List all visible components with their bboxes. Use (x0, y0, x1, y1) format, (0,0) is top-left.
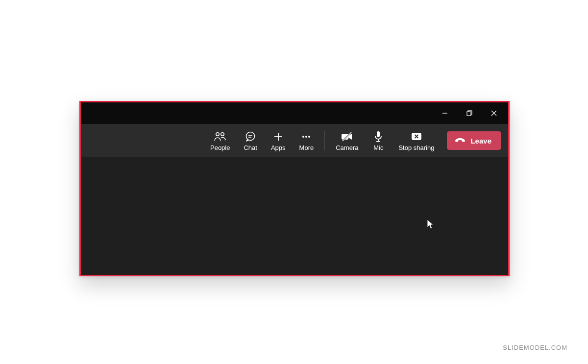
titlebar (81, 102, 508, 124)
leave-button[interactable]: Leave (447, 131, 501, 150)
svg-point-5 (216, 132, 219, 135)
minimize-icon (441, 110, 448, 117)
mic-button[interactable]: Mic (365, 127, 392, 154)
people-label: People (210, 145, 230, 151)
svg-point-7 (246, 132, 255, 140)
meeting-toolbar: People Chat (81, 124, 508, 157)
leave-label: Leave (470, 137, 491, 145)
close-button[interactable] (483, 105, 505, 121)
svg-point-12 (302, 136, 304, 138)
stop-sharing-icon (411, 131, 422, 143)
apps-button[interactable]: Apps (264, 127, 293, 154)
hangup-icon (455, 137, 466, 144)
maximize-icon (466, 110, 473, 117)
people-icon (214, 131, 226, 143)
chat-icon (245, 131, 256, 143)
svg-point-13 (305, 136, 307, 138)
cursor-icon (427, 219, 435, 230)
camera-label: Camera (336, 145, 358, 151)
more-label: More (299, 145, 314, 151)
svg-point-14 (308, 136, 310, 138)
chat-button[interactable]: Chat (237, 127, 264, 154)
mic-icon (373, 131, 383, 143)
stop-sharing-button[interactable]: Stop sharing (392, 127, 441, 154)
camera-button[interactable]: Camera (329, 127, 365, 154)
close-icon (490, 110, 497, 117)
stop-sharing-label: Stop sharing (398, 145, 434, 151)
plus-icon (273, 131, 284, 143)
chat-label: Chat (244, 145, 257, 151)
svg-rect-18 (377, 131, 380, 137)
apps-label: Apps (271, 145, 286, 151)
mic-label: Mic (373, 145, 383, 151)
svg-point-6 (221, 132, 224, 135)
teams-window: People Chat (79, 101, 510, 276)
camera-off-icon (341, 131, 353, 143)
watermark: SLIDEMODEL.COM (503, 344, 567, 351)
more-icon (301, 131, 312, 143)
people-button[interactable]: People (203, 127, 237, 154)
toolbar-divider (324, 131, 325, 150)
more-button[interactable]: More (293, 127, 321, 154)
meeting-content (81, 157, 508, 275)
page-stage: People Chat (0, 0, 588, 364)
svg-rect-2 (467, 112, 471, 116)
maximize-button[interactable] (458, 105, 481, 121)
window-inner: People Chat (81, 102, 508, 275)
minimize-button[interactable] (434, 105, 456, 121)
